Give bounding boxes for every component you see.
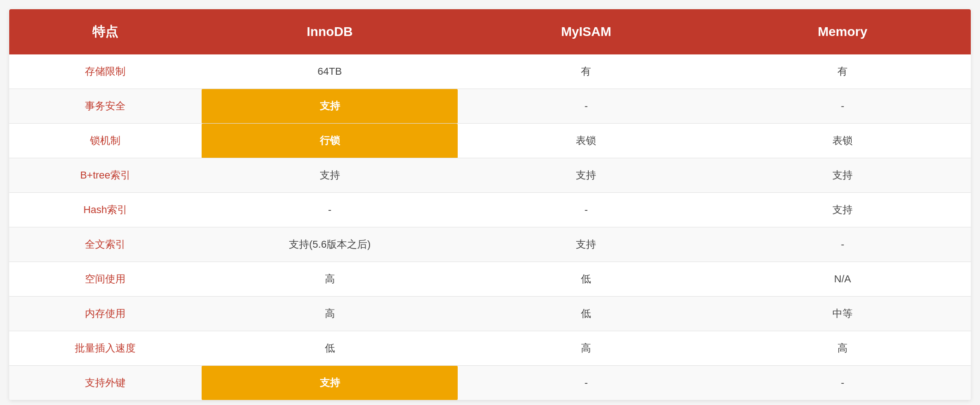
cell-innodb: 低 (202, 331, 458, 366)
header-feature: 特点 (9, 9, 202, 54)
cell-memory: - (714, 227, 971, 262)
cell-feature: 存储限制 (9, 54, 202, 89)
cell-memory: 表锁 (714, 124, 971, 158)
comparison-table-container: 特点 InnoDB MyISAM Memory 存储限制64TB有有事务安全支持… (9, 9, 971, 400)
cell-feature: Hash索引 (9, 193, 202, 227)
cell-memory: 中等 (714, 297, 971, 331)
cell-innodb: 高 (202, 297, 458, 331)
table-row: 全文索引支持(5.6版本之后)支持- (9, 227, 971, 262)
cell-myisam: - (458, 193, 714, 227)
table-row: 批量插入速度低高高 (9, 331, 971, 366)
cell-innodb: 行锁 (202, 124, 458, 158)
cell-myisam: - (458, 366, 714, 400)
cell-feature: 批量插入速度 (9, 331, 202, 366)
cell-feature: 支持外键 (9, 366, 202, 400)
cell-feature: 锁机制 (9, 124, 202, 158)
table-row: 空间使用高低N/A (9, 262, 971, 297)
header-myisam: MyISAM (458, 9, 714, 54)
table-row: 支持外键支持-- (9, 366, 971, 400)
cell-myisam: 低 (458, 262, 714, 297)
table-row: 锁机制行锁表锁表锁 (9, 124, 971, 158)
cell-memory: 高 (714, 331, 971, 366)
table-row: 存储限制64TB有有 (9, 54, 971, 89)
cell-myisam: 高 (458, 331, 714, 366)
table-header-row: 特点 InnoDB MyISAM Memory (9, 9, 971, 54)
cell-memory: - (714, 89, 971, 124)
comparison-table: 特点 InnoDB MyISAM Memory 存储限制64TB有有事务安全支持… (9, 9, 971, 400)
cell-feature: 事务安全 (9, 89, 202, 124)
cell-feature: 空间使用 (9, 262, 202, 297)
cell-myisam: - (458, 89, 714, 124)
cell-innodb: 支持(5.6版本之后) (202, 227, 458, 262)
cell-innodb: - (202, 193, 458, 227)
cell-memory: 支持 (714, 158, 971, 193)
cell-innodb: 高 (202, 262, 458, 297)
header-memory: Memory (714, 9, 971, 54)
cell-memory: 支持 (714, 193, 971, 227)
cell-myisam: 支持 (458, 158, 714, 193)
cell-myisam: 有 (458, 54, 714, 89)
cell-memory: 有 (714, 54, 971, 89)
table-row: Hash索引--支持 (9, 193, 971, 227)
cell-innodb: 支持 (202, 89, 458, 124)
table-row: 内存使用高低中等 (9, 297, 971, 331)
cell-memory: N/A (714, 262, 971, 297)
cell-innodb: 支持 (202, 158, 458, 193)
cell-myisam: 低 (458, 297, 714, 331)
cell-myisam: 表锁 (458, 124, 714, 158)
header-innodb: InnoDB (202, 9, 458, 54)
cell-memory: - (714, 366, 971, 400)
table-body: 存储限制64TB有有事务安全支持--锁机制行锁表锁表锁B+tree索引支持支持支… (9, 54, 971, 400)
cell-myisam: 支持 (458, 227, 714, 262)
cell-innodb: 64TB (202, 54, 458, 89)
cell-innodb: 支持 (202, 366, 458, 400)
cell-feature: B+tree索引 (9, 158, 202, 193)
table-row: B+tree索引支持支持支持 (9, 158, 971, 193)
cell-feature: 全文索引 (9, 227, 202, 262)
cell-feature: 内存使用 (9, 297, 202, 331)
table-row: 事务安全支持-- (9, 89, 971, 124)
